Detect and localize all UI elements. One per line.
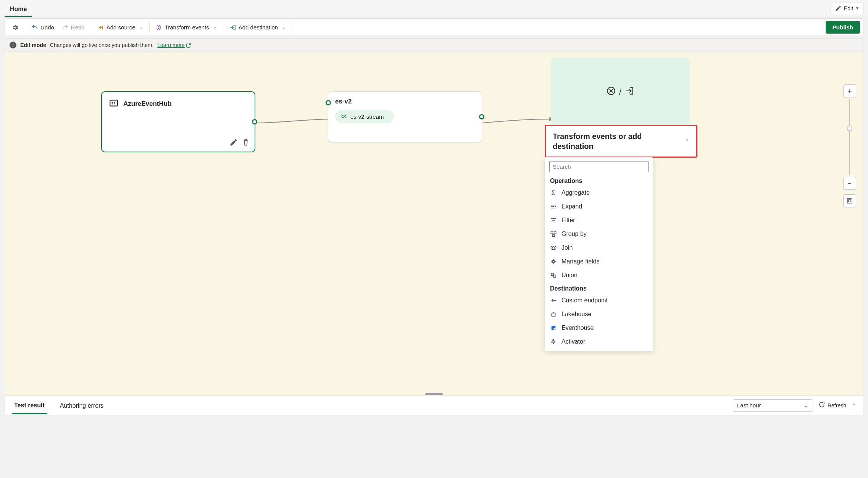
source-icon [97,23,104,31]
edit-mode-button[interactable]: Edit ▼ [831,3,863,14]
redo-icon [62,23,69,31]
dropdown-title: Transform events or add destination [553,131,652,151]
dropdown-body: Operations AggregateExpandFilterGroup by… [545,157,653,351]
node-es-v2[interactable]: es-v2 es-v2-stream [328,91,482,142]
tab-authoring-errors[interactable]: Authoring errors [58,397,106,413]
activator-icon [550,338,557,345]
eventhub-icon [109,98,119,109]
zoom-controls: ＋ － [843,84,856,207]
tab-home[interactable]: Home [5,2,32,17]
learn-more-link[interactable]: Learn more [157,42,191,48]
output-port[interactable] [252,119,257,124]
edit-label: Edit [844,5,853,11]
dest-item-custom-endpoint[interactable]: Custom endpoint [545,294,653,307]
input-port[interactable] [326,100,331,105]
chevron-down-icon: ⌄ [139,24,143,30]
dest-item-eventhouse[interactable]: Eventhouse [545,321,653,335]
zoom-out-button[interactable]: － [843,177,856,190]
info-msg: Changes will go live once you publish th… [50,42,154,48]
canvas[interactable]: AzureEventHub es-v2 es-v2-stream [5,52,863,415]
output-port[interactable] [479,114,484,120]
chevron-up-icon[interactable]: ⌃ [852,402,856,409]
op-item-join[interactable]: Join [545,241,653,255]
svg-rect-21 [849,200,851,202]
bottom-panel: Test result Authoring errors Last hour ⌄… [5,395,863,415]
add-source-button[interactable]: Add source ⌄ [94,21,147,33]
dest-item-activator[interactable]: Activator [545,335,653,349]
node-azure-event-hub[interactable]: AzureEventHub [101,91,255,152]
op-item-union[interactable]: Union [545,268,653,282]
svg-rect-5 [112,103,113,104]
undo-icon [31,23,38,31]
undo-button[interactable]: Undo [27,21,58,33]
publish-button[interactable]: Publish [826,21,860,34]
time-range-select[interactable]: Last hour ⌄ [733,399,813,412]
toolbar-divider [25,22,25,32]
refresh-icon [818,401,825,409]
toolbar: Undo Redo Add source ⌄ Transform events … [5,18,863,36]
info-icon: i [10,42,16,48]
svg-point-14 [552,260,555,263]
drop-target[interactable]: / [551,58,690,126]
menu-item-label: Activator [561,338,585,345]
menu-item-label: Eventhouse [561,325,594,331]
svg-rect-4 [114,102,115,103]
top-bar: Home Edit ▼ [0,0,868,17]
filter-icon [550,217,557,224]
refresh-label: Refresh [828,402,846,409]
menu-item-label: Union [561,272,578,279]
node-title: AzureEventHub [123,100,172,108]
edge [255,113,339,132]
redo-button[interactable]: Redo [58,21,89,33]
chevron-down-icon: ⌄ [213,24,217,30]
menu-item-label: Join [561,244,573,251]
node-title: es-v2 [335,98,352,105]
zoom-slider-thumb[interactable] [847,126,852,131]
section-destinations-header: Destinations [545,282,653,294]
endpoint-icon [550,297,557,304]
op-item-expand[interactable]: Expand [545,200,653,213]
search-input[interactable] [549,161,649,172]
caret-down-icon: ▼ [855,6,859,10]
sigma-icon [550,189,557,196]
svg-rect-6 [114,103,115,104]
dest-item-lakehouse[interactable]: Lakehouse [545,307,653,321]
transform-events-button[interactable]: Transform events ⌄ [152,21,221,33]
chevron-up-icon: ⌃ [685,138,689,144]
svg-point-8 [555,206,556,207]
svg-rect-10 [554,232,556,234]
time-range-label: Last hour [737,402,761,409]
menu-item-label: Lakehouse [561,311,591,318]
expand-icon [550,203,557,210]
op-item-filter[interactable]: Filter [545,213,653,227]
dropdown-header[interactable]: Transform events or add destination ⌃ [545,125,697,158]
zoom-in-button[interactable]: ＋ [843,84,856,97]
exit-icon [624,86,634,98]
slash-text: / [619,87,621,97]
svg-rect-16 [553,275,556,277]
union-icon [550,272,557,279]
stream-chip[interactable]: es-v2-stream [335,110,394,123]
menu-item-label: Manage fields [561,258,600,265]
zoom-fit-button[interactable] [843,194,856,207]
pencil-icon [835,5,842,12]
transform-label: Transform events [165,24,209,31]
edit-node-button[interactable] [229,138,238,148]
op-item-group-by[interactable]: Group by [545,227,653,241]
zoom-slider-track[interactable] [849,99,850,175]
delete-node-button[interactable] [242,138,250,148]
op-item-manage-fields[interactable]: Manage fields [545,255,653,268]
refresh-button[interactable]: Refresh [818,401,846,409]
tab-test-result[interactable]: Test result [12,397,47,414]
add-destination-button[interactable]: Add destination ⌄ [226,21,289,33]
op-item-aggregate[interactable]: Aggregate [545,186,653,200]
settings-button[interactable] [8,21,23,33]
stream-label: es-v2-stream [350,113,384,120]
transform-icon [156,23,163,31]
transform-or-destination-panel: Transform events or add destination ⌃ Op… [545,125,697,351]
svg-rect-20 [847,199,852,203]
add-destination-label: Add destination [239,24,278,31]
svg-rect-11 [552,235,554,237]
menu-item-label: Custom endpoint [561,297,608,304]
svg-rect-15 [551,273,553,276]
